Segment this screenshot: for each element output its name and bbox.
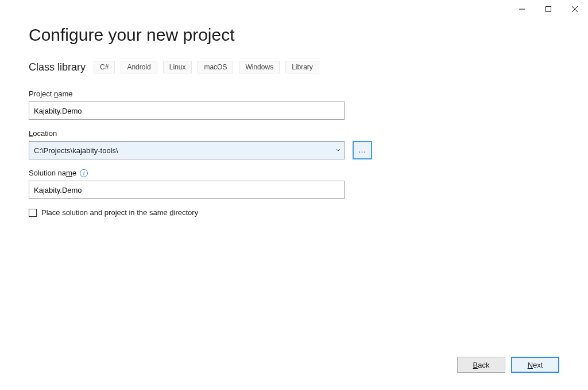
project-name-input[interactable] bbox=[29, 102, 345, 120]
same-directory-checkbox[interactable] bbox=[29, 209, 37, 217]
main-content: Configure your new project Class library… bbox=[0, 0, 588, 217]
browse-button[interactable]: ... bbox=[353, 141, 372, 159]
minimize-button[interactable] bbox=[509, 1, 535, 18]
minimize-icon bbox=[519, 6, 525, 12]
location-combobox[interactable]: C:\Projects\kajabity-tools\ bbox=[29, 141, 345, 159]
same-directory-row: Place solution and project in the same d… bbox=[29, 208, 559, 217]
tag-android: Android bbox=[121, 61, 157, 73]
location-value: C:\Projects\kajabity-tools\ bbox=[34, 146, 118, 155]
template-row: Class library C# Android Linux macOS Win… bbox=[29, 61, 559, 73]
solution-name-field: Solution name i bbox=[29, 169, 559, 199]
tag-csharp: C# bbox=[94, 61, 115, 73]
window-controls bbox=[509, 0, 588, 18]
footer-buttons: Back Next bbox=[457, 357, 559, 373]
location-label: Location bbox=[29, 129, 559, 138]
close-icon bbox=[572, 6, 578, 12]
location-field: Location C:\Projects\kajabity-tools\ ... bbox=[29, 129, 559, 159]
template-tags: C# Android Linux macOS Windows Library bbox=[94, 61, 319, 73]
tag-linux: Linux bbox=[163, 61, 192, 73]
page-title: Configure your new project bbox=[29, 25, 559, 45]
project-name-label: Project name bbox=[29, 89, 559, 98]
template-name: Class library bbox=[29, 61, 86, 73]
info-icon[interactable]: i bbox=[80, 169, 88, 177]
maximize-icon bbox=[546, 6, 551, 12]
same-directory-label: Place solution and project in the same d… bbox=[41, 208, 198, 217]
solution-name-input[interactable] bbox=[29, 181, 345, 199]
svg-rect-1 bbox=[546, 7, 551, 12]
maximize-button[interactable] bbox=[535, 1, 562, 18]
next-button[interactable]: Next bbox=[511, 357, 559, 373]
tag-windows: Windows bbox=[239, 61, 280, 73]
tag-macos: macOS bbox=[198, 61, 233, 73]
project-name-field: Project name bbox=[29, 89, 559, 120]
solution-name-label: Solution name i bbox=[29, 169, 559, 177]
close-button[interactable] bbox=[562, 1, 588, 18]
tag-library: Library bbox=[285, 61, 319, 73]
chevron-down-icon bbox=[336, 148, 341, 153]
ellipsis-icon: ... bbox=[358, 146, 366, 154]
back-button[interactable]: Back bbox=[457, 357, 505, 373]
